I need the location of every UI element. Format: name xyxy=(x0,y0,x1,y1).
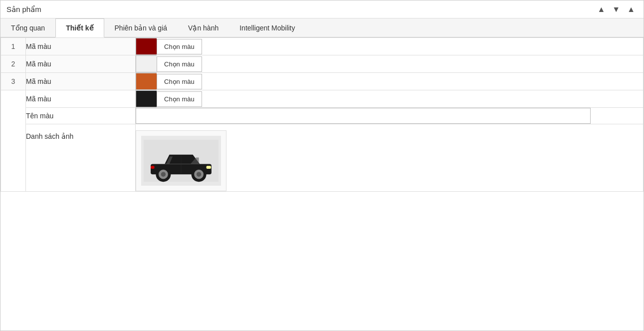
expanded-images-row: Danh sách ảnh xyxy=(1,124,644,192)
color-picker-1: Chọn màu xyxy=(136,38,643,55)
svg-point-4 xyxy=(197,172,201,177)
row-content-1: Chọn màu xyxy=(136,38,644,55)
svg-rect-9 xyxy=(151,166,155,169)
table-row: 1 Mã màu Chọn màu xyxy=(1,38,644,55)
expanded-name-content xyxy=(136,108,644,124)
tab-phien-ban[interactable]: Phiên bản và giá xyxy=(104,18,178,37)
expanded-color-content: Chọn màu xyxy=(136,90,644,108)
tab-bar: Tổng quan Thiết kế Phiên bản và giá Vận … xyxy=(0,18,644,37)
choose-color-btn-2[interactable]: Chọn màu xyxy=(157,56,202,72)
collapse-button[interactable]: ▲ xyxy=(625,4,638,15)
window-title: Sản phẩm xyxy=(6,5,41,14)
row-number-2: 2 xyxy=(1,55,26,73)
choose-color-btn-1[interactable]: Chọn màu xyxy=(157,39,202,54)
title-bar-controls: ▲ ▼ ▲ xyxy=(595,4,638,15)
svg-rect-8 xyxy=(207,166,211,169)
choose-color-btn-expanded[interactable]: Chọn màu xyxy=(157,91,202,107)
expanded-name-row: Tên màu xyxy=(1,108,644,124)
color-picker-2: Chọn màu xyxy=(136,55,643,72)
row-label-3: Mã màu xyxy=(26,73,136,90)
row-label-2: Mã màu xyxy=(26,55,136,73)
expanded-color-label: Mã màu xyxy=(26,90,136,108)
scroll-down-button[interactable]: ▼ xyxy=(610,4,623,15)
row-number-1: 1 xyxy=(1,38,26,55)
table-row: 2 Mã màu Chọn màu xyxy=(1,55,644,73)
color-swatch-1[interactable] xyxy=(136,38,157,55)
color-picker-3: Chọn màu xyxy=(136,73,643,90)
color-swatch-2[interactable] xyxy=(136,55,157,72)
color-swatch-3[interactable] xyxy=(136,73,157,90)
row-number-3: 3 xyxy=(1,73,26,90)
expanded-name-label: Tên màu xyxy=(26,108,136,124)
expanded-color-row: Mã màu Chọn màu xyxy=(1,90,644,108)
car-icon xyxy=(144,138,218,183)
tab-van-hanh[interactable]: Vận hành xyxy=(178,18,229,37)
choose-color-btn-3[interactable]: Chọn màu xyxy=(157,74,202,89)
table-row: 3 Mã màu Chọn màu xyxy=(1,73,644,90)
row-label-1: Mã màu xyxy=(26,38,136,55)
color-picker-expanded: Chọn màu xyxy=(136,90,643,107)
title-bar: Sản phẩm ▲ ▼ ▲ xyxy=(0,0,644,18)
image-upload-area[interactable] xyxy=(136,130,226,191)
tab-intelligent[interactable]: Intelligent Mobility xyxy=(229,18,305,37)
scroll-up-button[interactable]: ▲ xyxy=(595,4,608,15)
tab-tong-quan[interactable]: Tổng quan xyxy=(0,18,55,37)
tab-thiet-ke[interactable]: Thiết kế xyxy=(55,18,104,37)
color-name-input[interactable] xyxy=(136,108,591,124)
car-image-thumbnail xyxy=(141,136,221,186)
color-swatch-expanded[interactable] xyxy=(136,90,157,107)
row-content-2: Chọn màu xyxy=(136,55,644,73)
color-table: 1 Mã màu Chọn màu 2 Mã màu xyxy=(0,37,644,192)
expanded-images-label: Danh sách ảnh xyxy=(26,124,136,192)
main-window: Sản phẩm ▲ ▼ ▲ Tổng quan Thiết kế Phiên … xyxy=(0,0,644,331)
tab-content: 1 Mã màu Chọn màu 2 Mã màu xyxy=(0,37,644,331)
expanded-images-content xyxy=(136,124,644,192)
svg-point-7 xyxy=(161,172,166,177)
expanded-row-num xyxy=(1,90,26,192)
row-content-3: Chọn màu xyxy=(136,73,644,90)
